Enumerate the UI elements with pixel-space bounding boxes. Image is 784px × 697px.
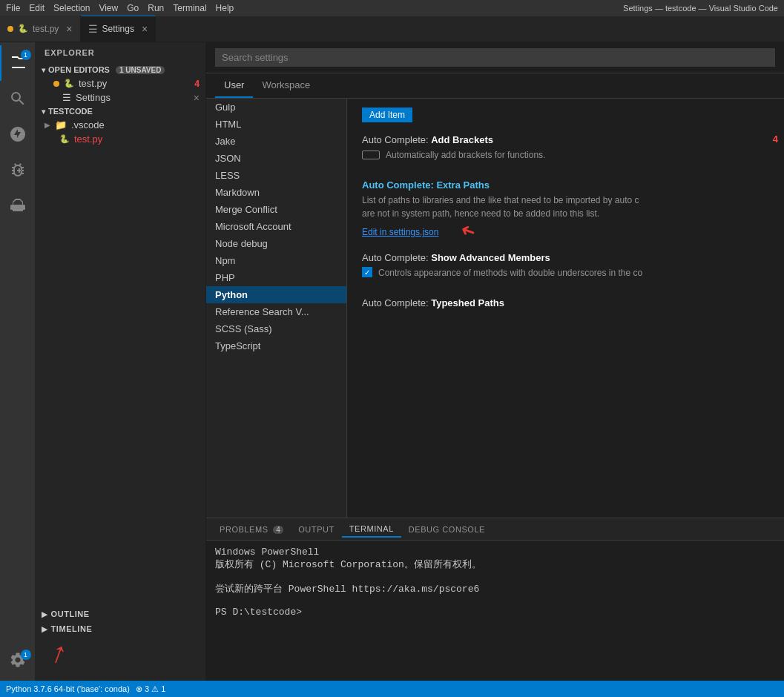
nav-microsoft-account[interactable]: Microsoft Account xyxy=(206,218,346,235)
modified-dot xyxy=(53,81,59,87)
nav-json[interactable]: JSON xyxy=(206,150,346,167)
open-editors-label: OPEN EDITORS xyxy=(48,65,110,74)
settings-main: Add Item Auto Complete: Add Brackets Aut… xyxy=(347,99,784,518)
setting-description: List of paths to libraries and the like … xyxy=(362,194,769,220)
nav-gulp[interactable]: Gulp xyxy=(206,99,346,116)
terminal-content: Windows PowerShell 版权所有 (C) Microsoft Co… xyxy=(206,541,784,681)
close-icon[interactable]: × xyxy=(194,92,200,104)
add-item-button[interactable]: Add Item xyxy=(362,108,412,122)
open-editors-badge: 1 UNSAVED xyxy=(116,66,165,74)
unsaved-badge: 4 xyxy=(194,79,200,89)
tab-problems[interactable]: PROBLEMS 4 xyxy=(212,522,291,537)
activity-item-git[interactable] xyxy=(0,116,36,152)
setting-extra-paths: Auto Complete: Extra Paths List of paths… xyxy=(362,179,769,237)
setting-description: Automatically add brackets for functions… xyxy=(386,148,545,162)
folder-label: .vscode xyxy=(71,119,105,131)
edit-in-settings-link[interactable]: Edit in settings.json xyxy=(362,227,438,237)
checkbox-show-advanced[interactable]: ✓ xyxy=(362,267,372,277)
status-python: Python 3.7.6 64-bit ('base': conda) xyxy=(6,684,130,693)
red-arrow-gear: ↓ xyxy=(45,638,70,675)
test-py-tree-item[interactable]: 🐍 test.py 4 xyxy=(36,132,205,146)
chevron-icon: ▾ xyxy=(42,108,45,116)
vscode-folder[interactable]: ▶ 📁 .vscode xyxy=(36,118,205,132)
nav-scss[interactable]: SCSS (Sass) xyxy=(206,320,346,337)
tab-user[interactable]: User xyxy=(215,73,253,98)
setting-title: Auto Complete: Show Advanced Members xyxy=(362,252,769,263)
settings-panel: User Workspace Gulp HTML Jake JSON LESS … xyxy=(206,42,784,518)
setting-typeshed-paths: Auto Complete: Typeshed Paths xyxy=(362,297,769,308)
menu-run[interactable]: Run xyxy=(148,3,164,13)
activity-item-settings[interactable]: 1 xyxy=(0,645,36,681)
tab-output[interactable]: OUTPUT xyxy=(291,522,342,537)
nav-merge-conflict[interactable]: Merge Conflict xyxy=(206,201,346,218)
menu-file[interactable]: File xyxy=(6,3,20,13)
menu-edit[interactable]: Edit xyxy=(29,3,45,13)
tab-test-py[interactable]: 🐍 test.py × xyxy=(0,16,81,42)
checkbox-row: ✓ Controls appearance of methods with do… xyxy=(362,266,769,283)
status-left: Python 3.7.6 64-bit ('base': conda) ⊗ 3 … xyxy=(6,684,165,694)
menu-go[interactable]: Go xyxy=(127,3,139,13)
testcode-section: ▾ TESTCODE ▶ 📁 .vscode 🐍 test.py 4 xyxy=(36,105,205,146)
menu-terminal[interactable]: Terminal xyxy=(173,3,206,13)
menu-selection[interactable]: Selection xyxy=(53,3,90,13)
testcode-header[interactable]: ▾ TESTCODE xyxy=(36,105,205,118)
nav-less[interactable]: LESS xyxy=(206,167,346,184)
nav-npm[interactable]: Npm xyxy=(206,252,346,269)
tab-workspace[interactable]: Workspace xyxy=(253,73,319,98)
nav-markdown[interactable]: Markdown xyxy=(206,184,346,201)
activity-item-explorer[interactable]: 1 xyxy=(0,45,36,81)
settings-search-input[interactable] xyxy=(215,48,775,67)
problems-badge: 4 xyxy=(273,526,283,534)
open-editors-section: ▾ OPEN EDITORS 1 UNSAVED 🐍 test.py 4 × ☰… xyxy=(36,63,205,105)
terminal-line-3: 尝试新的跨平台 PowerShell https://aka.ms/pscore… xyxy=(215,582,775,595)
terminal-prompt[interactable]: PS D:\testcode> xyxy=(215,607,775,618)
setting-show-advanced-members: Auto Complete: Show Advanced Members ✓ C… xyxy=(362,252,769,283)
settings-search-area xyxy=(206,42,784,73)
filename-label: test.py xyxy=(79,78,107,89)
tab-terminal[interactable]: TERMINAL xyxy=(342,521,401,538)
settings-file-icon: ☰ xyxy=(62,92,71,103)
menu-bar[interactable]: File Edit Selection View Go Run Terminal… xyxy=(6,3,234,13)
nav-php[interactable]: PHP xyxy=(206,269,346,286)
tab-modified-indicator xyxy=(7,26,13,32)
red-arrow-link: ➜ xyxy=(458,218,478,242)
open-editor-test-py[interactable]: 🐍 test.py 4 xyxy=(36,76,205,90)
menu-help[interactable]: Help xyxy=(216,3,234,13)
terminal-line-1: Windows PowerShell xyxy=(215,546,775,558)
activity-item-extensions[interactable] xyxy=(0,188,36,223)
setting-title: Auto Complete: Typeshed Paths xyxy=(362,297,769,308)
status-bar: Python 3.7.6 64-bit ('base': conda) ⊗ 3 … xyxy=(0,681,784,697)
tab-close-button[interactable]: × xyxy=(66,23,72,35)
nav-jake[interactable]: Jake xyxy=(206,133,346,150)
tab-settings[interactable]: ☰ Settings × xyxy=(81,16,157,42)
timeline-header[interactable]: ▶ TIMELINE xyxy=(36,621,205,636)
open-editor-settings[interactable]: × ☰ Settings xyxy=(36,90,205,105)
activity-item-debug[interactable] xyxy=(0,152,36,188)
nav-node-debug[interactable]: Node debug xyxy=(206,235,346,252)
settings-icon: ☰ xyxy=(88,23,98,35)
explorer-badge: 1 xyxy=(21,50,31,60)
nav-python[interactable]: Python xyxy=(206,286,346,303)
tab-label: Settings xyxy=(102,24,134,34)
window-title: Settings — testcode — Visual Studio Code xyxy=(623,4,778,13)
tab-bar: 🐍 test.py × ☰ Settings × xyxy=(0,16,784,42)
settings-badge: 1 xyxy=(21,650,31,660)
sidebar: EXPLORER ▾ OPEN EDITORS 1 UNSAVED 🐍 test… xyxy=(36,42,206,681)
outline-header[interactable]: ▶ OUTLINE xyxy=(36,607,205,621)
chevron-icon: ▶ xyxy=(42,625,48,633)
tab-close-button[interactable]: × xyxy=(142,23,148,35)
chevron-icon: ▶ xyxy=(45,121,50,129)
tab-debug-console[interactable]: DEBUG CONSOLE xyxy=(401,522,493,537)
checkbox-row: Automatically add brackets for functions… xyxy=(362,148,769,165)
toggle-add-brackets[interactable] xyxy=(362,151,380,159)
folder-icon: 📁 xyxy=(55,119,67,131)
activity-item-search[interactable] xyxy=(0,81,36,116)
nav-typescript[interactable]: TypeScript xyxy=(206,337,346,354)
nav-html[interactable]: HTML xyxy=(206,116,346,133)
open-editors-header[interactable]: ▾ OPEN EDITORS 1 UNSAVED xyxy=(36,63,205,76)
menu-view[interactable]: View xyxy=(99,3,118,13)
settings-content: Gulp HTML Jake JSON LESS Markdown Merge … xyxy=(206,99,784,518)
setting-description: Controls appearance of methods with doub… xyxy=(378,266,642,280)
nav-reference-search[interactable]: Reference Search V... xyxy=(206,303,346,320)
setting-title: Auto Complete: Extra Paths xyxy=(362,179,769,191)
